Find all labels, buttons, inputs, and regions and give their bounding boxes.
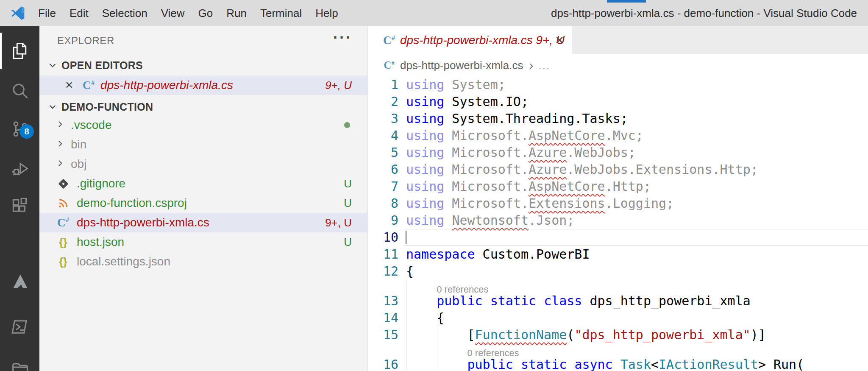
- code-line-12[interactable]: 12{: [368, 263, 868, 280]
- line-number[interactable]: 10: [368, 229, 398, 246]
- code-line-6[interactable]: 6using Microsoft.Azure.WebJobs.Extension…: [368, 161, 868, 178]
- line-number[interactable]: 11: [368, 246, 398, 263]
- powershell-icon: [10, 317, 30, 337]
- editor-group: C# dps-http-powerbi-xmla.cs 9+, U ✕ C# d…: [368, 26, 868, 371]
- chevron-right-icon: ›: [529, 58, 533, 73]
- line-number[interactable]: 9: [368, 212, 398, 229]
- breadcrumb-file[interactable]: dps-http-powerbi-xmla.cs: [400, 59, 523, 72]
- git-status-badge: U: [344, 177, 352, 190]
- activity-source-control-button[interactable]: 8: [0, 111, 39, 147]
- workspace-folder-header[interactable]: DEMO-FUNCTION: [39, 98, 368, 115]
- tree-item-bin[interactable]: bin: [39, 135, 368, 154]
- tree-item-demo-function.csproj[interactable]: demo-function.csprojU: [39, 193, 368, 213]
- codelens-row: 0 references: [368, 343, 868, 356]
- tab-label: dps-http-powerbi-xmla.cs 9+, U: [400, 33, 565, 47]
- menu-item-view[interactable]: View: [154, 0, 192, 26]
- activity-folder-button[interactable]: [0, 350, 39, 371]
- tree-item-label: obj: [71, 157, 86, 171]
- menu-item-edit[interactable]: Edit: [63, 0, 95, 26]
- git-status-badge: 9+, U: [325, 216, 352, 229]
- window-title: dps-http-powerbi-xmla.cs - demo-function…: [551, 0, 857, 26]
- tree-item-label: .gitignore: [77, 177, 125, 190]
- activity-explorer-button[interactable]: [0, 33, 39, 69]
- chevron-right-icon: [55, 158, 66, 170]
- close-icon[interactable]: ✕: [555, 34, 564, 47]
- line-number[interactable]: 15: [368, 326, 398, 343]
- code-line-15[interactable]: 15 [FunctionName("dps_http_powerbi_xmla"…: [368, 326, 868, 343]
- menu-item-selection[interactable]: Selection: [95, 0, 154, 26]
- line-number[interactable]: 8: [368, 195, 398, 212]
- line-number[interactable]: 7: [368, 178, 398, 195]
- tree-item-dps-http-powerbi-xmla.cs[interactable]: C#dps-http-powerbi-xmla.cs9+, U: [39, 213, 368, 232]
- code-editor[interactable]: 1using System;2using System.IO;3using Sy…: [368, 76, 868, 371]
- line-number[interactable]: 13: [368, 293, 398, 310]
- menu-item-help[interactable]: Help: [309, 0, 345, 26]
- git-status-badge: U: [344, 197, 352, 210]
- code-line-3[interactable]: 3using System.Threading.Tasks;: [368, 110, 868, 127]
- activity-azure-button[interactable]: [0, 263, 39, 300]
- code-line-11[interactable]: 11namespace Custom.PowerBI: [368, 246, 868, 263]
- line-number[interactable]: 14: [368, 310, 398, 326]
- tree-item-.vscode[interactable]: .vscode: [39, 115, 368, 135]
- code-line-13[interactable]: 13 public static class dps_http_powerbi_…: [368, 293, 868, 310]
- open-editor-badge: 9+, U: [325, 79, 352, 92]
- code-line-8[interactable]: 8using Microsoft.Extensions.Logging;: [368, 195, 868, 212]
- extensions-icon: [10, 196, 30, 216]
- code-line-4[interactable]: 4using Microsoft.AspNetCore.Mvc;: [368, 127, 868, 144]
- menu-item-run[interactable]: Run: [220, 0, 253, 26]
- menu-bar: FileEditSelectionViewGoRunTerminalHelp: [31, 0, 345, 26]
- code-line-7[interactable]: 7using Microsoft.AspNetCore.Http;: [368, 178, 868, 195]
- close-icon[interactable]: ✕: [65, 79, 73, 91]
- code-line-2[interactable]: 2using System.IO;: [368, 93, 868, 110]
- chevron-right-icon: [55, 119, 66, 131]
- chevron-right-icon: [55, 138, 66, 151]
- activity-bar: 8: [0, 26, 39, 371]
- open-editor-item[interactable]: ✕ C# dps-http-powerbi-xmla.cs 9+, U: [39, 75, 368, 95]
- code-line-5[interactable]: 5using Microsoft.Azure.WebJobs;: [368, 144, 868, 161]
- code-line-9[interactable]: 9using Newtonsoft.Json;: [368, 212, 868, 229]
- line-number[interactable]: 6: [368, 161, 398, 178]
- activity-extensions-button[interactable]: [0, 188, 39, 224]
- accent-strip: [607, 0, 646, 3]
- line-number[interactable]: 12: [368, 263, 398, 280]
- line-number[interactable]: 16: [368, 356, 398, 371]
- menu-item-file[interactable]: File: [31, 0, 63, 26]
- line-number[interactable]: 3: [368, 110, 398, 127]
- activity-powershell-button[interactable]: [0, 309, 39, 345]
- csharp-file-icon: C#: [55, 216, 72, 229]
- breadcrumb-more[interactable]: ...: [538, 59, 550, 72]
- indent-guide: [406, 343, 407, 356]
- menu-item-terminal[interactable]: Terminal: [253, 0, 309, 26]
- code-line-16[interactable]: 16 public static async Task<IActionResul…: [368, 356, 868, 371]
- indent-guide: [437, 326, 437, 343]
- line-number[interactable]: 2: [368, 93, 398, 110]
- file-tree: .vscodebinobj.gitignoreUdemo-function.cs…: [39, 115, 368, 271]
- code-line-1[interactable]: 1using System;: [368, 76, 868, 93]
- line-number[interactable]: 4: [368, 127, 398, 144]
- tree-item-local.settings.json[interactable]: {}local.settings.json: [39, 252, 368, 271]
- tree-item-label: .vscode: [71, 118, 112, 132]
- tree-item-host.json[interactable]: {}host.jsonU: [39, 232, 368, 252]
- more-actions-icon[interactable]: ···: [333, 29, 352, 47]
- line-number[interactable]: 5: [368, 144, 398, 161]
- indent-guide: [406, 293, 407, 310]
- current-line-border: [403, 229, 868, 229]
- code-line-10[interactable]: 10: [368, 229, 868, 246]
- open-editors-header[interactable]: OPEN EDITORS: [39, 57, 368, 74]
- code-line-14[interactable]: 14 {: [368, 310, 868, 326]
- activity-run-debug-button[interactable]: [0, 151, 39, 187]
- activity-search-button[interactable]: [0, 73, 39, 109]
- tree-item-obj[interactable]: obj: [39, 154, 368, 174]
- git-file-icon: [55, 180, 72, 187]
- chevron-down-icon: [47, 60, 58, 71]
- breadcrumb: C# dps-http-powerbi-xmla.cs › ...: [368, 54, 868, 76]
- line-number[interactable]: 1: [368, 76, 398, 93]
- csharp-file-icon: C#: [383, 34, 395, 47]
- files-icon: [10, 41, 30, 61]
- azure-icon: [10, 272, 30, 291]
- text-cursor: [406, 231, 406, 244]
- menu-item-go[interactable]: Go: [192, 0, 220, 26]
- tree-item-.gitignore[interactable]: .gitignoreU: [39, 174, 368, 193]
- open-editor-file-name: dps-http-powerbi-xmla.cs: [100, 78, 233, 92]
- tab-dps-http-powerbi-xmla[interactable]: C# dps-http-powerbi-xmla.cs 9+, U ✕: [368, 26, 572, 54]
